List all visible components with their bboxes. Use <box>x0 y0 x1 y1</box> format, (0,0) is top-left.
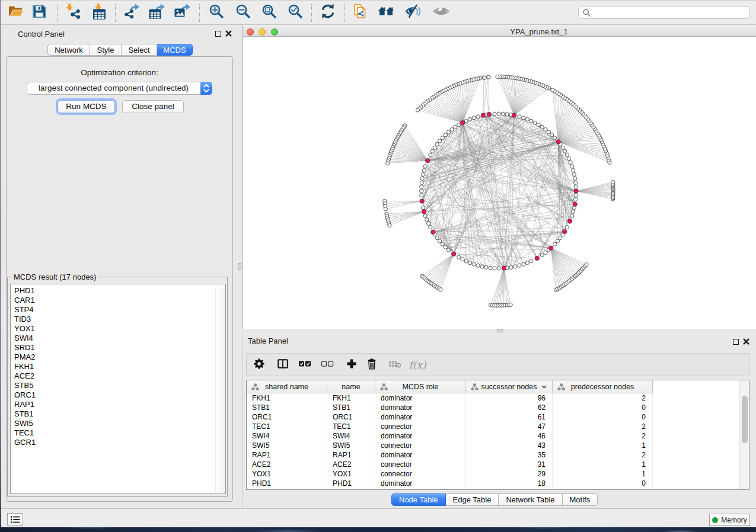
delete-table-button[interactable] <box>388 360 401 370</box>
import-network-button[interactable] <box>65 3 81 22</box>
table-row[interactable]: FKH1FKH1dominator962 <box>247 393 653 403</box>
table-row[interactable]: YOX1YOX1connector291 <box>247 469 653 479</box>
search-input[interactable] <box>593 7 746 18</box>
zoom-in-button[interactable] <box>208 3 225 22</box>
cell-MCDS-role: connector <box>375 460 466 469</box>
tab-mcds[interactable]: MCDS <box>157 44 193 56</box>
close-window-button[interactable] <box>247 28 254 36</box>
mcds-node-item[interactable]: PHD1 <box>14 286 36 296</box>
show-column-button[interactable] <box>276 358 289 372</box>
mcds-result-group: MCDS result (17 nodes) PHD1CAR1STP4TID3Y… <box>7 277 228 497</box>
export-table-button[interactable] <box>148 3 165 22</box>
mcds-node-item[interactable]: ORC1 <box>14 390 36 400</box>
apply-layout-button[interactable] <box>320 3 336 22</box>
tab-node-table[interactable]: Node Table <box>391 493 446 506</box>
mcds-node-item[interactable]: SWI5 <box>14 419 36 428</box>
tab-style[interactable]: Style <box>90 44 122 56</box>
table-row[interactable]: PHD1PHD1dominator180 <box>247 479 653 488</box>
mcds-node-item[interactable]: TID3 <box>14 315 36 324</box>
zoom-window-button[interactable] <box>271 28 278 36</box>
network-window-titlebar[interactable]: YPA_prune.txt_1 <box>243 25 756 37</box>
mcds-node-item[interactable]: STB5 <box>14 381 36 390</box>
table-settings-button[interactable] <box>253 358 266 372</box>
column-header-predecessor-nodes[interactable]: predecessor nodes <box>553 380 653 393</box>
export-network-button[interactable] <box>123 3 140 22</box>
splitter-handle[interactable] <box>497 329 503 332</box>
column-header-name[interactable]: name <box>327 380 375 393</box>
zoom-out-button[interactable] <box>235 3 251 22</box>
optimization-criterion-select[interactable]: largest connected component (undirected) <box>27 82 212 95</box>
mcds-node-item[interactable]: GCR1 <box>14 438 36 447</box>
close-panel-icon[interactable] <box>225 30 232 37</box>
table-row[interactable]: TEC1TEC1connector472 <box>247 422 653 431</box>
search-box[interactable] <box>578 6 750 19</box>
table-scrollbar[interactable] <box>739 380 749 489</box>
new-network-from-selection-button[interactable] <box>352 3 369 22</box>
zoom-selected-button[interactable] <box>287 3 304 22</box>
select-all-button[interactable] <box>298 358 312 372</box>
tab-edge-table[interactable]: Edge Table <box>446 493 499 506</box>
table-row[interactable]: SWI5SWI5connector431 <box>247 441 653 450</box>
mcds-node-item[interactable]: SRD1 <box>14 343 36 352</box>
tab-network-table[interactable]: Network Table <box>499 493 562 506</box>
float-panel-icon[interactable] <box>215 31 221 37</box>
cell-name: FKH1 <box>327 393 375 403</box>
minimize-window-button[interactable] <box>259 28 266 36</box>
mcds-node-item[interactable]: ACE2 <box>14 371 36 381</box>
cell-MCDS-role: dominator <box>375 450 466 460</box>
delete-column-button[interactable] <box>365 358 378 372</box>
column-header-successor-nodes[interactable]: successor nodes <box>466 380 553 393</box>
column-header-MCDS-role[interactable]: MCDS role <box>375 380 466 393</box>
selected-option: largest connected component (undirected) <box>27 84 200 92</box>
zoom-fit-button[interactable] <box>261 3 277 22</box>
open-session-button[interactable] <box>7 3 24 22</box>
mcds-list-scrollbar[interactable] <box>215 287 225 493</box>
cell-name: ACE2 <box>327 460 375 469</box>
float-panel-icon[interactable] <box>733 339 739 345</box>
table-scrollbar-thumb[interactable] <box>742 396 748 443</box>
vertical-splitter[interactable] <box>237 25 243 508</box>
table-row[interactable]: ACE2ACE2connector311 <box>247 460 653 469</box>
tab-motifs[interactable]: Motifs <box>563 493 598 506</box>
main-toolbar <box>1 0 756 25</box>
mcds-node-item[interactable]: FKH1 <box>14 362 36 371</box>
horizontal-splitter[interactable] <box>243 329 756 334</box>
close-panel-button[interactable]: Close panel <box>122 100 184 113</box>
network-canvas[interactable] <box>243 37 756 329</box>
mcds-node-item[interactable]: STP4 <box>14 305 36 315</box>
tab-select[interactable]: Select <box>122 44 157 56</box>
cell-shared-name: RAP1 <box>247 450 327 460</box>
import-table-button[interactable] <box>91 3 107 22</box>
splitter-handle[interactable] <box>238 263 241 270</box>
mcds-node-item[interactable]: RAP1 <box>14 400 36 409</box>
memory-button[interactable]: Memory <box>709 514 750 526</box>
zoom-out-icon <box>235 3 251 20</box>
function-builder-button[interactable]: f(x) <box>409 359 426 371</box>
run-mcds-button[interactable]: Run MCDS <box>58 100 115 113</box>
table-panel-tabs: Node TableEdge TableNetwork TableMotifs <box>391 493 598 506</box>
mcds-node-item[interactable]: YOX1 <box>14 324 36 334</box>
first-neighbors-button[interactable] <box>378 3 394 22</box>
show-all-button[interactable] <box>433 3 449 22</box>
tab-network[interactable]: Network <box>47 44 90 56</box>
mcds-node-item[interactable]: CAR1 <box>14 296 36 305</box>
mcds-node-item[interactable]: SWI4 <box>14 334 36 343</box>
table-row[interactable]: ORC1ORC1dominator610 <box>247 412 653 422</box>
close-panel-icon[interactable] <box>743 338 749 345</box>
table-row[interactable]: RAP1RAP1dominator352 <box>247 450 653 460</box>
panel-list-button[interactable] <box>7 513 23 525</box>
cell-shared-name: YOX1 <box>247 469 327 479</box>
table-row[interactable]: STB1STB1dominator620 <box>247 403 653 412</box>
mcds-node-item[interactable]: TEC1 <box>14 428 36 438</box>
mcds-node-item[interactable]: PMA2 <box>14 352 36 362</box>
export-image-button[interactable] <box>174 3 190 22</box>
hide-selection-button[interactable] <box>405 3 422 22</box>
column-header-shared-name[interactable]: shared name <box>247 380 327 393</box>
deselect-all-button[interactable] <box>320 358 334 372</box>
table-row[interactable]: SWI4SWI4dominator462 <box>247 431 653 441</box>
save-session-button[interactable] <box>31 3 47 22</box>
cell-MCDS-role: dominator <box>375 431 466 441</box>
mcds-node-item[interactable]: STB1 <box>14 409 36 419</box>
create-column-button[interactable] <box>345 358 358 372</box>
mcds-result-list[interactable]: PHD1CAR1STP4TID3YOX1SWI4SRD1PMA2FKH1ACE2… <box>10 284 226 494</box>
